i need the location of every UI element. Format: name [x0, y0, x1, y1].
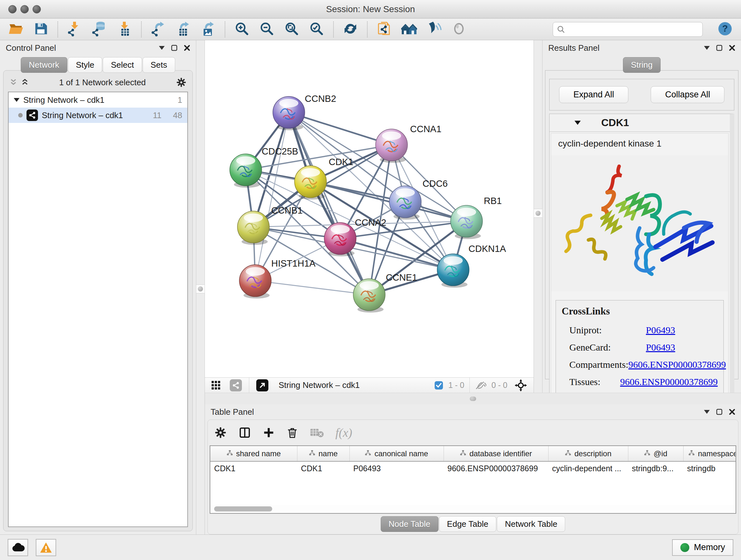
table-cell[interactable]: CDK1: [297, 461, 349, 476]
function-builder-button[interactable]: f(x): [335, 426, 352, 440]
help-button[interactable]: ?: [717, 21, 733, 38]
control-panel-title: Control Panel: [6, 43, 154, 53]
tab-style[interactable]: Style: [68, 57, 103, 73]
collapse-all-button[interactable]: Collapse All: [651, 86, 724, 103]
table-cell[interactable]: stringdb: [683, 461, 736, 476]
search-box[interactable]: [553, 22, 703, 37]
network-node-RB1[interactable]: RB1: [451, 196, 502, 239]
right-splitter-grip[interactable]: [534, 209, 542, 218]
delete-column-button[interactable]: [286, 426, 298, 439]
export-table-to-file-button[interactable]: [175, 21, 192, 38]
panel-menu-icon[interactable]: [159, 46, 165, 50]
open-session-button[interactable]: [8, 21, 24, 38]
network-edge-HIST1H1A-CCNE1[interactable]: [255, 281, 369, 295]
close-window-button[interactable]: [8, 5, 17, 13]
right-splitter[interactable]: [534, 40, 542, 393]
clone-network-button[interactable]: [376, 21, 393, 38]
column-header-description[interactable]: description: [548, 446, 628, 461]
network-node-HIST1H1A[interactable]: HIST1H1A: [239, 258, 316, 299]
tab-node-table[interactable]: Node Table: [381, 516, 439, 532]
open-in-new-window-button[interactable]: [254, 379, 270, 391]
zoom-fit-content-button[interactable]: [283, 21, 300, 38]
search-input[interactable]: [568, 25, 698, 34]
save-session-button[interactable]: [32, 21, 49, 38]
network-row[interactable]: String Network – cdk1 11 48: [9, 108, 187, 123]
network-node-CCNA1[interactable]: CCNA1: [376, 124, 441, 163]
tab-edge-table[interactable]: Edge Table: [439, 516, 496, 532]
show-columns-button[interactable]: [239, 426, 251, 439]
hidden-eye-icon[interactable]: [475, 381, 486, 390]
column-header-canonical-name[interactable]: canonical name: [349, 446, 444, 461]
tab-sets[interactable]: Sets: [143, 57, 175, 73]
birds-eye-toggle-button[interactable]: [513, 379, 529, 392]
compartments-link[interactable]: 9606.ENSP00000378699: [628, 359, 726, 370]
column-header-name[interactable]: name: [297, 446, 349, 461]
network-collection-row[interactable]: String Network – cdk1 1: [9, 92, 187, 108]
expand-all-icon[interactable]: [21, 78, 29, 86]
zoom-in-button[interactable]: [233, 21, 250, 38]
close-panel-icon[interactable]: [184, 45, 190, 51]
maximize-window-button[interactable]: [32, 5, 41, 13]
import-table-from-file-button[interactable]: [116, 21, 133, 38]
collection-caret-icon[interactable]: [14, 98, 19, 102]
tab-network[interactable]: Network: [21, 57, 67, 73]
table-cell[interactable]: 9606.ENSP00000378699: [444, 461, 548, 476]
memory-button[interactable]: Memory: [672, 539, 733, 556]
string-view-button[interactable]: [228, 379, 244, 391]
uniprot-link[interactable]: P06493: [646, 325, 675, 335]
column-header-database-identifier[interactable]: database identifier: [444, 446, 548, 461]
add-column-button[interactable]: [263, 427, 275, 439]
float-panel-icon[interactable]: [716, 45, 723, 51]
import-network-from-file-button[interactable]: [66, 21, 83, 38]
left-splitter[interactable]: [196, 40, 205, 535]
table-cell[interactable]: cyclin-dependent ...: [548, 461, 628, 476]
tissues-link[interactable]: 9606.ENSP00000378699: [620, 376, 718, 387]
tab-network-table[interactable]: Network Table: [497, 516, 565, 532]
table-cell[interactable]: CDK1: [210, 461, 297, 476]
horizontal-splitter[interactable]: [205, 393, 741, 404]
network-node-CDKN1A[interactable]: CDKN1A: [437, 244, 506, 288]
genecard-link[interactable]: P06493: [646, 342, 675, 353]
table-cell[interactable]: P06493: [349, 461, 444, 476]
selected-checkbox-icon[interactable]: [434, 381, 443, 390]
float-panel-icon[interactable]: [171, 45, 178, 51]
export-image-button[interactable]: [200, 21, 216, 38]
network-node-CCNB1[interactable]: CCNB1: [238, 205, 302, 245]
table-cell[interactable]: stringdb:9...: [628, 461, 683, 476]
column-header--id[interactable]: @id: [628, 446, 683, 461]
show-graphics-details-button[interactable]: [426, 21, 442, 38]
network-options-gear-icon[interactable]: [176, 77, 187, 88]
grid-view-button[interactable]: [209, 381, 223, 390]
close-panel-icon[interactable]: [729, 409, 735, 415]
close-panel-icon[interactable]: [729, 45, 735, 51]
import-network-from-database-button[interactable]: [91, 21, 108, 38]
expand-all-button[interactable]: Expand All: [559, 86, 629, 103]
tab-string-results[interactable]: String: [623, 57, 661, 73]
column-header-shared-name[interactable]: shared name: [210, 446, 297, 461]
table-settings-button[interactable]: [214, 426, 227, 439]
left-splitter-grip[interactable]: [196, 285, 205, 294]
minimize-window-button[interactable]: [20, 5, 29, 13]
delete-table-button[interactable]: [310, 427, 324, 438]
column-header-namespace[interactable]: namespace: [683, 446, 736, 461]
hscroll-thumb[interactable]: [214, 506, 272, 511]
show-all-networks-button[interactable]: [401, 21, 417, 38]
panel-menu-icon[interactable]: [704, 410, 710, 414]
table-row[interactable]: CDK1CDK1P064939606.ENSP00000378699cyclin…: [210, 461, 736, 476]
network-node-CCNE1[interactable]: CCNE1: [353, 272, 417, 313]
panel-menu-icon[interactable]: [704, 46, 710, 50]
zoom-out-button[interactable]: [259, 21, 275, 38]
warnings-button[interactable]: [36, 539, 56, 556]
zoom-selected-region-button[interactable]: [308, 21, 325, 38]
cloud-button[interactable]: [8, 539, 28, 556]
toggle-birds-eye-button[interactable]: [451, 21, 467, 38]
export-network-to-file-button[interactable]: [150, 21, 166, 38]
horizontal-splitter-grip[interactable]: [470, 396, 476, 401]
table-hscrollbar[interactable]: [210, 505, 736, 513]
collapse-all-icon[interactable]: [9, 78, 17, 86]
refresh-network-button[interactable]: [342, 21, 359, 38]
network-canvas[interactable]: CCNB2CCNA1CDC25BCDK1CDC6RB1CCNB1CCNA2CDK…: [205, 40, 534, 377]
float-panel-icon[interactable]: [716, 409, 723, 415]
tab-select[interactable]: Select: [103, 57, 142, 73]
entry-caret-icon[interactable]: [575, 121, 581, 125]
